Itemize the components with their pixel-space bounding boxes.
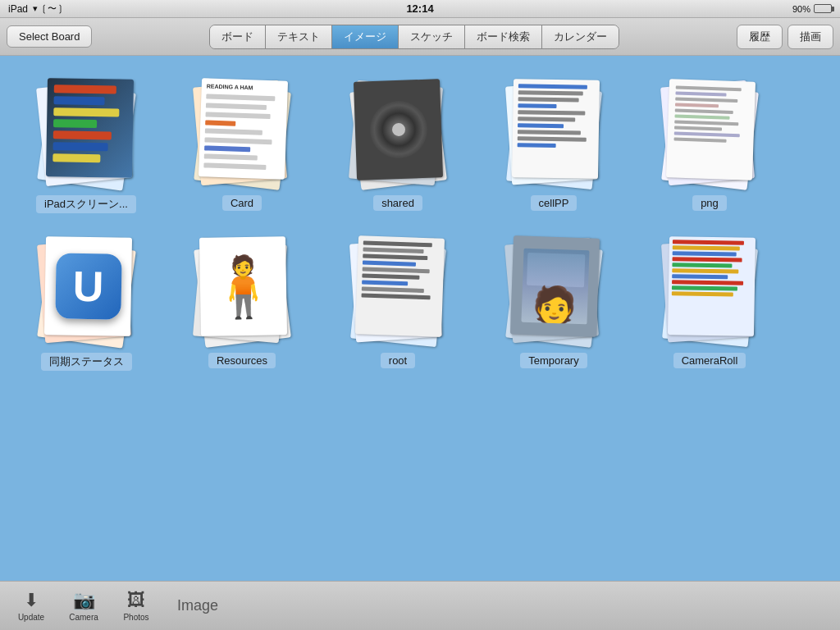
folder-thumb [332,226,463,349]
tab-board[interactable]: ボード [210,25,266,48]
status-time: 12:14 [406,2,433,15]
photos-button[interactable]: 🖼 Photos [118,590,154,622]
folder-label: shared [373,195,422,211]
folder-row-2: U 同期ステータス 🧍 Resources [16,226,824,371]
folder-temporary[interactable]: 🧑 Temporary [484,226,623,371]
paper-stack: U [37,235,135,341]
folder-label: Resources [208,353,276,368]
folder-label: root [381,353,415,368]
photos-label: Photos [123,613,148,622]
tab-group: ボード テキスト イメージ スケッチ ボード検索 カレンダー [209,25,619,49]
folder-thumb: 🧑 [488,226,619,349]
status-bar: iPad ▾ ❲〜❳ 12:14 90% [0,0,840,18]
tab-image[interactable]: イメージ [332,25,399,48]
main-content: iPadスクリーン... READING A HAM [0,56,840,581]
camera-button[interactable]: 📷 Camera [66,590,102,622]
tab-board-search[interactable]: ボード検索 [465,25,542,48]
folder-label: 同期ステータス [41,353,132,371]
photos-icon: 🖼 [127,590,145,611]
folder-sync-status[interactable]: U 同期ステータス [16,226,156,371]
folder-thumb: U [21,226,152,349]
folder-label: png [692,195,727,211]
draw-button[interactable]: 描画 [788,25,833,49]
folder-cellpp[interactable]: cellPP [484,69,623,213]
status-left: iPad ▾ ❲〜❳ [8,2,64,15]
paper-stack [660,77,759,184]
status-right: 90% [792,4,832,14]
folder-thumb [488,69,619,192]
battery-icon [814,4,832,13]
folder-thumb: 🧍 [176,226,308,349]
disk-icon [368,100,427,159]
folder-thumb [332,69,463,192]
bottom-bar: ⬇ Update 📷 Camera 🖼 Photos Image [0,581,840,630]
device-label: iPad [8,3,28,15]
person-icon: 🧍 [206,251,281,322]
update-label: Update [18,613,44,622]
u-logo-icon: U [55,253,121,319]
tab-calendar[interactable]: カレンダー [542,25,619,48]
tab-text[interactable]: テキスト [266,25,332,48]
folder-label: Card [222,195,262,211]
folder-resources[interactable]: 🧍 Resources [172,226,312,371]
folder-thumb [644,226,775,349]
folder-label: iPadスクリーン... [36,195,136,213]
history-button[interactable]: 履歴 [737,25,783,49]
folder-thumb: READING A HAM [176,69,308,192]
camera-label: Camera [69,613,98,622]
folder-label: CameraRoll [673,353,746,368]
paper-stack: 🧑 [504,235,603,341]
paper-stack: 🧍 [193,235,291,341]
folder-label: cellPP [531,195,578,211]
folder-label: Temporary [520,353,587,368]
folder-cameraroll[interactable]: CameraRoll [640,226,779,371]
paper-stack [660,235,759,341]
folder-card[interactable]: READING A HAM Card [172,69,312,213]
paper-stack [504,77,603,184]
folder-thumb [644,69,775,192]
folder-thumb [21,69,152,192]
paper-stack [37,77,135,184]
toolbar: Select Board ボード テキスト イメージ スケッチ ボード検索 カレ… [0,18,840,56]
photo-thumbnail: 🧑 [521,249,589,325]
update-button[interactable]: ⬇ Update [13,590,49,622]
folder-png[interactable]: png [640,69,779,213]
folder-root[interactable]: root [328,226,468,371]
right-buttons: 履歴 描画 [737,25,833,49]
tab-sketch[interactable]: スケッチ [399,25,465,48]
section-label: Image [177,597,218,614]
folder-row-1: iPadスクリーン... READING A HAM [16,69,824,213]
paper-stack [349,235,447,341]
camera-icon: 📷 [73,590,95,611]
paper-stack [349,77,447,184]
wifi-icon: ▾ ❲〜❳ [33,2,64,15]
paper-stack: READING A HAM [193,77,291,184]
battery-percent: 90% [792,4,810,14]
download-icon: ⬇ [24,590,39,611]
folder-ipad-screenshots[interactable]: iPadスクリーン... [16,69,156,213]
select-board-button[interactable]: Select Board [7,25,92,48]
folder-shared[interactable]: shared [328,69,468,213]
